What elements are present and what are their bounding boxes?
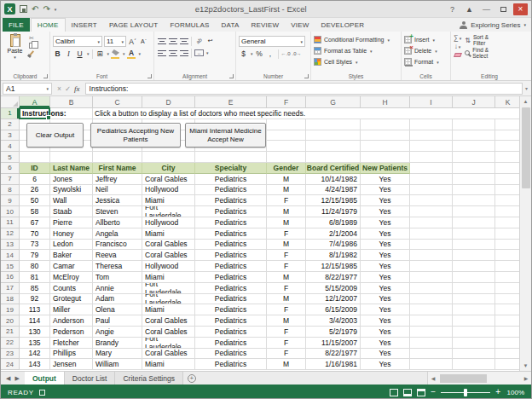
normal-view-icon[interactable] xyxy=(390,389,398,396)
cell-I13[interactable] xyxy=(410,240,453,251)
cell-G4[interactable] xyxy=(306,141,361,152)
cell-A10[interactable]: 58 xyxy=(20,206,50,217)
comma-style-icon[interactable]: , xyxy=(266,49,275,59)
cell-A18[interactable]: 92 xyxy=(20,294,50,305)
column-header-E[interactable]: E xyxy=(195,96,267,108)
cell-B15[interactable]: Camar xyxy=(50,261,93,272)
row-header-9[interactable]: 9 xyxy=(1,195,20,206)
cell-I7[interactable] xyxy=(410,174,453,185)
cell-F4[interactable] xyxy=(267,141,306,152)
cell-styles-button[interactable]: Cell Styles ▾ xyxy=(314,56,398,67)
cell-J17[interactable] xyxy=(453,283,495,294)
cell-J3[interactable] xyxy=(453,130,495,142)
row-header-24[interactable]: 24 xyxy=(1,359,20,370)
cell-G12[interactable]: 2/1/2004 xyxy=(306,228,361,240)
column-header-H[interactable]: H xyxy=(361,96,410,108)
cell-A8[interactable]: 26 xyxy=(20,185,50,196)
cell-K19[interactable] xyxy=(495,304,521,315)
cell-E16[interactable]: Pediatrics xyxy=(195,272,267,283)
cell-F16[interactable]: M xyxy=(267,272,306,283)
font-size-combo[interactable]: 11 ▾ xyxy=(104,36,126,47)
row-header-8[interactable]: 8 xyxy=(1,185,20,196)
cell-E12[interactable]: Pediatrics xyxy=(195,228,267,240)
cell-G10[interactable]: 11/24/1979 xyxy=(306,206,361,217)
restore-icon[interactable] xyxy=(496,3,511,15)
cell-B8[interactable]: Sywolski xyxy=(50,185,93,196)
ribbon-tab-view[interactable]: VIEW xyxy=(285,18,315,32)
cell-I19[interactable] xyxy=(410,304,453,315)
zoom-out-icon[interactable]: − xyxy=(431,388,436,396)
row-header-2[interactable]: 2 xyxy=(1,119,20,130)
cell-K12[interactable] xyxy=(495,228,521,240)
cell-G22[interactable]: 11/15/2007 xyxy=(306,338,361,349)
page-layout-view-icon[interactable] xyxy=(403,389,412,396)
cell-H24[interactable]: Yes xyxy=(361,359,410,370)
ribbon-tab-home[interactable]: HOME xyxy=(31,18,66,32)
cell-I5[interactable] xyxy=(410,152,453,163)
cell-D15[interactable]: Hollywood xyxy=(142,261,195,272)
align-right-icon[interactable] xyxy=(179,48,188,58)
cell-E23[interactable]: Pediatrics xyxy=(195,349,267,360)
cell-A21[interactable]: 130 xyxy=(20,327,50,338)
sheet-tab-output[interactable]: Output xyxy=(25,372,65,385)
cell-E22[interactable]: Pediatrics xyxy=(195,338,267,349)
cell-F18[interactable]: M xyxy=(267,294,306,305)
cell-C16[interactable]: Tom xyxy=(93,272,142,283)
cell-B16[interactable]: McElroy xyxy=(50,272,93,283)
cell-K13[interactable] xyxy=(495,240,521,251)
minimize-icon[interactable]: — xyxy=(479,3,494,15)
redo-icon[interactable]: ↷ xyxy=(43,5,49,14)
cell-I14[interactable] xyxy=(410,250,453,261)
cell-H13[interactable]: Yes xyxy=(361,240,410,251)
cell-F3[interactable] xyxy=(267,130,306,142)
cell-B22[interactable]: Fletcher xyxy=(50,338,93,349)
cell-K6[interactable] xyxy=(495,163,521,174)
cell-K15[interactable] xyxy=(495,261,521,272)
cell-F12[interactable]: F xyxy=(267,228,306,240)
cell-K20[interactable] xyxy=(495,315,521,327)
cell-F7[interactable]: M xyxy=(267,174,306,185)
cell-K14[interactable] xyxy=(495,250,521,261)
cell-G7[interactable]: 10/14/1982 xyxy=(306,174,361,185)
cell-H15[interactable]: Yes xyxy=(361,261,410,272)
ribbon-tab-data[interactable]: DATA xyxy=(215,18,245,32)
cell-I18[interactable] xyxy=(410,294,453,305)
cell-H18[interactable]: Yes xyxy=(361,294,410,305)
cell-I20[interactable] xyxy=(410,315,453,327)
cell-C17[interactable]: Annie xyxy=(93,283,142,294)
row-header-4[interactable]: 4 xyxy=(1,141,20,152)
cell-C19[interactable]: Olena xyxy=(93,304,142,315)
cell-G3[interactable] xyxy=(306,130,361,142)
cell-J20[interactable] xyxy=(453,315,495,327)
cell-G21[interactable]: 5/2/1979 xyxy=(306,327,361,338)
cell-G19[interactable]: 6/15/2009 xyxy=(306,304,361,315)
cell-I24[interactable] xyxy=(410,359,453,370)
cell-H23[interactable]: Yes xyxy=(361,349,410,360)
row-header-12[interactable]: 12 xyxy=(1,228,20,240)
alignment-dialog-launcher-icon[interactable] xyxy=(229,74,234,78)
cell-B14[interactable]: Baker xyxy=(50,250,93,261)
row-header-19[interactable]: 19 xyxy=(1,304,20,315)
cell-D13[interactable]: Coral Gables xyxy=(142,240,195,251)
column-header-B[interactable]: B xyxy=(50,96,93,108)
confirm-entry-icon[interactable]: ✓ xyxy=(65,84,71,93)
cell-K7[interactable] xyxy=(495,174,521,185)
cell-G17[interactable]: 5/15/2009 xyxy=(306,283,361,294)
cell-H12[interactable]: Yes xyxy=(361,228,410,240)
cell-J2[interactable] xyxy=(453,119,495,130)
cell-J6[interactable] xyxy=(453,163,495,174)
sheet-tab-criteria-settings[interactable]: Criteria Settings xyxy=(115,372,182,385)
cell-A11[interactable]: 67 xyxy=(20,217,50,228)
cell-K2[interactable] xyxy=(495,119,521,130)
cell-E19[interactable]: Pediatrics xyxy=(195,304,267,315)
cell-E13[interactable]: Pediatrics xyxy=(195,240,267,251)
cancel-entry-icon[interactable]: × xyxy=(57,84,61,93)
format-as-table-button[interactable]: Format as Table ▾ xyxy=(314,45,398,56)
cell-A7[interactable]: 6 xyxy=(20,174,50,185)
cell-D19[interactable]: Miami xyxy=(142,304,195,315)
ribbon-tab-formulas[interactable]: FORMULAS xyxy=(164,18,215,32)
ribbon-tab-review[interactable]: REVIEW xyxy=(245,18,285,32)
cell-A17[interactable]: 85 xyxy=(20,283,50,294)
cell-F22[interactable]: F xyxy=(267,338,306,349)
row-header-17[interactable]: 17 xyxy=(1,283,20,294)
